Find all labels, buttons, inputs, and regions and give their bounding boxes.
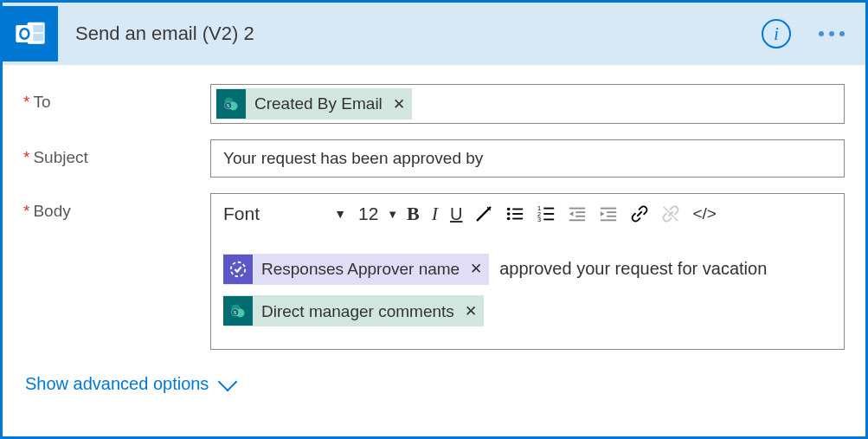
svg-point-9 — [507, 208, 511, 211]
svg-rect-14 — [513, 218, 524, 220]
to-input[interactable]: S Created By Email ✕ — [210, 84, 845, 124]
svg-rect-22 — [576, 211, 586, 213]
svg-rect-21 — [569, 208, 585, 210]
chevron-down-icon — [218, 371, 238, 391]
svg-rect-19 — [544, 213, 555, 215]
code-view-button[interactable]: </> — [687, 199, 721, 229]
subject-text: Your request has been approved by — [223, 149, 483, 168]
token-label: Direct manager comments — [261, 292, 454, 331]
subject-input[interactable]: Your request has been approved by — [210, 139, 845, 178]
token-remove-icon[interactable]: ✕ — [470, 249, 482, 288]
card-header: Send an email (V2) 2 i — [3, 3, 865, 65]
token-label: Responses Approver name — [261, 249, 460, 288]
svg-rect-20 — [544, 219, 555, 221]
svg-rect-27 — [608, 216, 617, 217]
approvals-icon — [223, 255, 253, 284]
svg-rect-25 — [601, 208, 616, 210]
underline-button[interactable]: U — [445, 199, 467, 229]
token-created-by-email: S Created By Email ✕ — [216, 88, 412, 119]
sharepoint-icon: S — [216, 89, 246, 119]
sharepoint-icon: S — [223, 296, 253, 326]
token-approver-name: Responses Approver name ✕ — [223, 254, 489, 285]
outlook-icon — [3, 6, 58, 61]
bullet-list-button[interactable] — [500, 199, 530, 229]
label-to: *To — [23, 84, 210, 112]
body-editor: Font▼ 12▼ B I U 123 — [210, 193, 845, 350]
svg-rect-23 — [576, 216, 586, 217]
token-remove-icon[interactable]: ✕ — [465, 292, 477, 331]
font-size-select[interactable]: 12▼ — [353, 199, 400, 229]
svg-text:S: S — [234, 309, 237, 315]
field-row-subject: *Subject Your request has been approved … — [23, 139, 845, 178]
label-body: *Body — [23, 193, 210, 221]
info-button[interactable]: i — [762, 19, 791, 48]
indent-button — [594, 199, 623, 229]
body-text: approved your request for vacation — [499, 249, 767, 288]
form-body: *To S Created By Email ✕ *Subject Your r… — [3, 65, 865, 410]
svg-rect-28 — [601, 219, 616, 221]
action-title: Send an email (V2) 2 — [58, 23, 762, 45]
field-row-to: *To S Created By Email ✕ — [23, 84, 845, 124]
token-remove-icon[interactable]: ✕ — [393, 95, 405, 113]
italic-button[interactable]: I — [427, 199, 443, 229]
outdent-button — [563, 199, 592, 229]
svg-rect-26 — [608, 211, 617, 213]
numbered-list-button[interactable]: 123 — [531, 199, 561, 229]
unlink-button — [656, 199, 685, 229]
link-button[interactable] — [625, 199, 654, 229]
svg-point-11 — [507, 217, 511, 221]
font-color-button[interactable] — [469, 199, 498, 229]
field-row-body: *Body Font▼ 12▼ B I U — [23, 193, 845, 350]
svg-text:3: 3 — [537, 216, 541, 223]
body-content-area[interactable]: Responses Approver name ✕ approved your … — [215, 234, 840, 339]
svg-point-10 — [507, 212, 511, 216]
font-family-select[interactable]: Font▼ — [216, 199, 351, 229]
bold-button[interactable]: B — [402, 199, 425, 229]
svg-rect-18 — [544, 208, 555, 210]
label-subject: *Subject — [23, 139, 210, 167]
rich-text-toolbar: Font▼ 12▼ B I U 123 — [215, 197, 840, 234]
svg-text:S: S — [227, 102, 230, 108]
token-label: Created By Email — [254, 94, 383, 113]
svg-rect-24 — [569, 219, 585, 221]
show-advanced-options-link[interactable]: Show advanced options — [23, 374, 235, 394]
svg-rect-12 — [513, 209, 524, 210]
more-menu-button[interactable] — [810, 23, 853, 45]
token-manager-comments: S Direct manager comments ✕ — [223, 295, 484, 326]
svg-rect-13 — [513, 213, 524, 215]
action-card: Send an email (V2) 2 i *To S Created By … — [0, 0, 868, 439]
